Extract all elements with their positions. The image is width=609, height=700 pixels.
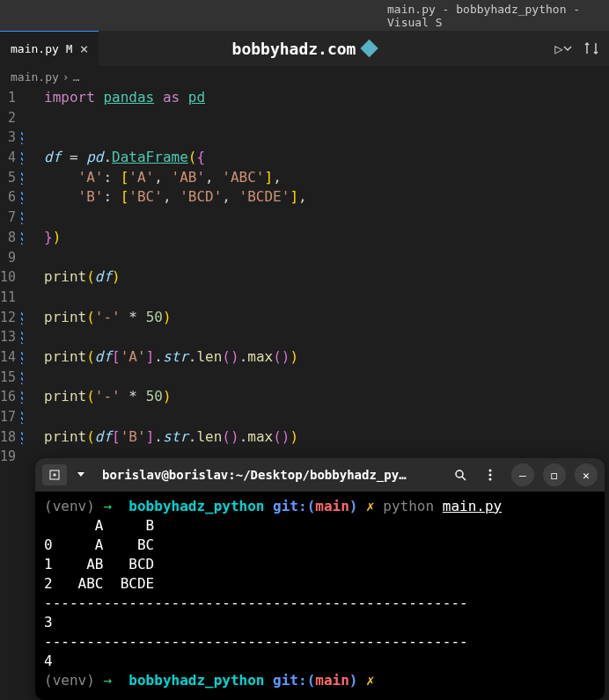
tab-actions: ▷: [554, 40, 609, 57]
line-number: 15: [0, 368, 16, 388]
terminal-line: 2 ABC BCDE: [44, 574, 596, 594]
terminal-line: 4: [44, 652, 596, 671]
dropdown-icon[interactable]: [72, 464, 90, 485]
tab-bar: main.py M × bobbyhadz.com ▷: [0, 31, 609, 66]
line-number: 9: [0, 248, 16, 268]
code-line: [44, 368, 609, 388]
svg-point-3: [489, 474, 492, 477]
window-titlebar: main.py - bobbyhadz_python - Visual S: [0, 0, 609, 31]
maximize-button[interactable]: ◻: [543, 463, 566, 486]
terminal-line: 1 AB BCD: [44, 555, 596, 574]
line-number: 11: [0, 288, 16, 308]
terminal-window: borislav@borislav:~/Desktop/bobbyhadz_py…: [35, 458, 605, 700]
search-icon[interactable]: [448, 463, 473, 487]
terminal-line: ----------------------------------------…: [44, 632, 596, 652]
line-number: 17: [0, 407, 16, 427]
cube-icon: [360, 40, 378, 57]
menu-icon[interactable]: [478, 463, 503, 487]
line-number: 2: [0, 108, 16, 128]
terminal-line: (venv) → bobbyhadz_python git:(main) ✗: [44, 671, 596, 690]
code-line: [44, 407, 609, 427]
code-line: print(df): [44, 267, 609, 288]
terminal-line: 3: [44, 613, 596, 632]
code-editor[interactable]: 1 2 3 4 5 6 7 8 9 10 11 12 13 14 15 16 1…: [0, 88, 609, 467]
line-number: 16: [0, 387, 16, 407]
terminal-title: borislav@borislav:~/Desktop/bobbyhadz_py…: [95, 468, 443, 482]
line-gutter: 1 2 3 4 5 6 7 8 9 10 11 12 13 14 15 16 1…: [0, 88, 26, 467]
line-number: 7: [0, 208, 16, 228]
code-line: 'B': ['BC', 'BCD', 'BCDE'],: [44, 187, 609, 208]
code-line: print('-' * 50): [44, 387, 609, 407]
code-content[interactable]: import pandas as pd df = pd.DataFrame({ …: [26, 88, 609, 467]
line-number: 18: [0, 427, 16, 448]
line-number: 14: [0, 347, 16, 368]
compare-icon[interactable]: [584, 41, 598, 55]
svg-point-4: [489, 478, 492, 481]
minimize-button[interactable]: —: [511, 463, 534, 486]
banner-text: bobbyhadz.com: [232, 40, 356, 58]
editor-tab-main[interactable]: main.py M ×: [0, 31, 99, 66]
terminal-line: (venv) → bobbyhadz_python git:(main) ✗ p…: [44, 497, 596, 516]
breadcrumb-sep: ›: [62, 70, 70, 84]
tab-label: main.py: [11, 42, 59, 55]
line-number: 5: [0, 168, 16, 188]
close-button[interactable]: ✕: [575, 463, 598, 486]
site-banner: bobbyhadz.com: [232, 40, 378, 58]
line-number: 19: [0, 447, 16, 467]
code-line: [44, 327, 609, 347]
svg-point-1: [456, 470, 463, 478]
line-number: 13: [0, 327, 16, 347]
chevron-down-icon: [563, 44, 572, 53]
code-line: import pandas as pd: [44, 88, 609, 108]
code-line: df = pd.DataFrame({: [44, 148, 609, 168]
svg-point-2: [489, 470, 492, 472]
code-line: [44, 208, 609, 228]
line-number: 4: [0, 148, 16, 168]
line-number: 3: [0, 128, 16, 148]
breadcrumb[interactable]: main.py › …: [0, 66, 609, 88]
code-line: print('-' * 50): [44, 308, 609, 328]
line-number: 1: [0, 88, 16, 108]
code-line: }): [44, 228, 609, 248]
terminal-line: ----------------------------------------…: [44, 594, 596, 613]
breadcrumb-file: main.py: [11, 70, 59, 84]
line-number: 10: [0, 267, 16, 288]
line-number: 6: [0, 187, 16, 208]
code-line: 'A': ['A', 'AB', 'ABC'],: [44, 168, 609, 188]
terminal-content[interactable]: (venv) → bobbyhadz_python git:(main) ✗ p…: [35, 492, 605, 696]
line-number: 12: [0, 308, 16, 328]
line-number: 8: [0, 228, 16, 248]
code-line: [44, 128, 609, 148]
code-line: [44, 108, 609, 128]
code-line: [44, 288, 609, 308]
new-tab-button[interactable]: [42, 464, 67, 485]
code-line: print(df['B'].str.len().max()): [44, 427, 609, 448]
run-icon[interactable]: ▷: [554, 40, 572, 57]
breadcrumb-more: …: [73, 70, 80, 84]
tab-modified-indicator: M: [66, 42, 73, 55]
code-line: [44, 248, 609, 268]
window-title: main.py - bobbyhadz_python - Visual S: [387, 3, 609, 29]
terminal-line: 0 A BC: [44, 536, 596, 555]
terminal-titlebar: borislav@borislav:~/Desktop/bobbyhadz_py…: [35, 458, 605, 492]
close-icon[interactable]: ×: [80, 40, 89, 57]
code-line: print(df['A'].str.len().max()): [44, 347, 609, 368]
terminal-line: A B: [44, 516, 596, 536]
